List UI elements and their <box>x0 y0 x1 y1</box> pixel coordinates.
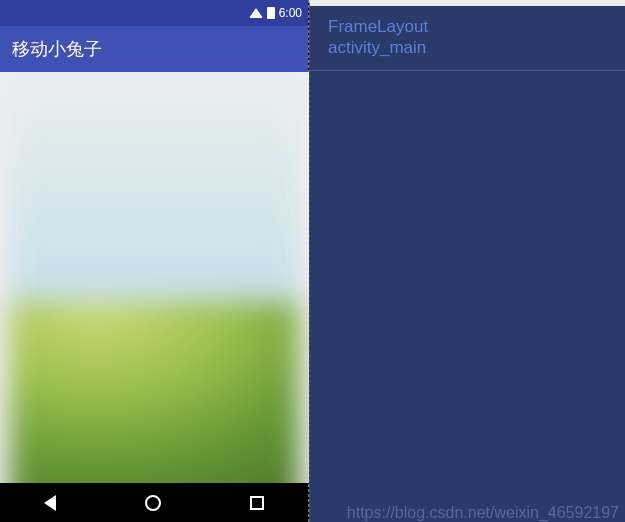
status-time: 6:00 <box>279 6 302 20</box>
status-bar: 6:00 <box>0 0 308 26</box>
app-content[interactable] <box>0 72 309 483</box>
layout-name: activity_main <box>328 37 607 58</box>
layout-inspector-panel: FrameLayout activity_main https://blog.c… <box>309 0 625 522</box>
home-icon[interactable] <box>145 495 161 511</box>
phone-preview-panel: 6:00 移动小兔子 <box>0 0 309 522</box>
app-title: 移动小兔子 <box>12 37 102 61</box>
component-type: FrameLayout <box>328 16 607 37</box>
battery-icon <box>267 7 275 19</box>
app-bar: 移动小兔子 <box>0 26 308 72</box>
inspector-header[interactable]: FrameLayout activity_main <box>310 6 625 71</box>
recents-icon[interactable] <box>250 496 264 510</box>
back-icon[interactable] <box>44 495 56 511</box>
background-image <box>10 72 299 483</box>
watermark-text: https://blog.csdn.net/weixin_46592197 <box>347 504 619 522</box>
wifi-icon <box>249 8 263 18</box>
android-nav-bar <box>0 483 308 522</box>
